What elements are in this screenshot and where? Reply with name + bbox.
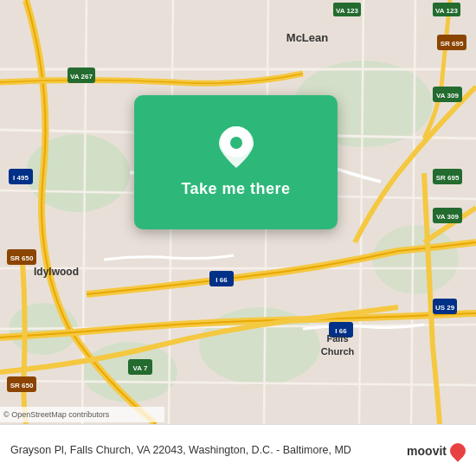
svg-text:© OpenStreetMap contributors: © OpenStreetMap contributors [3, 410, 110, 419]
svg-text:I 66: I 66 [215, 276, 228, 284]
moovit-logo-dot [447, 440, 468, 461]
svg-point-53 [230, 137, 242, 149]
svg-text:Church: Church [321, 346, 355, 357]
map-container: I 495 VA 267 I 66 I 66 SR 650 SR 650 SR … [0, 0, 476, 424]
svg-text:McLean: McLean [286, 31, 328, 44]
take-me-there-card[interactable]: Take me there [134, 95, 338, 229]
svg-text:VA 309: VA 309 [436, 92, 459, 100]
svg-text:VA 7: VA 7 [133, 364, 148, 372]
address-text: Grayson Pl, Falls Church, VA 22043, Wash… [10, 443, 407, 459]
svg-point-5 [372, 225, 459, 294]
moovit-logo-text: moovit [407, 444, 447, 458]
svg-text:VA 123: VA 123 [435, 7, 458, 15]
svg-text:US 29: US 29 [435, 304, 455, 312]
svg-text:VA 309: VA 309 [436, 213, 459, 221]
svg-text:Falls: Falls [326, 333, 348, 344]
location-pin-icon [219, 126, 254, 171]
svg-text:I 495: I 495 [13, 174, 29, 182]
svg-text:VA 123: VA 123 [336, 7, 358, 15]
info-bar: Grayson Pl, Falls Church, VA 22043, Wash… [0, 424, 476, 476]
moovit-logo: moovit [407, 443, 466, 459]
svg-text:SR 650: SR 650 [10, 254, 34, 262]
svg-text:VA 267: VA 267 [70, 73, 93, 80]
svg-text:SR 650: SR 650 [10, 382, 34, 389]
svg-text:Idylwood: Idylwood [34, 266, 79, 278]
take-me-there-button-label: Take me there [181, 180, 290, 198]
svg-text:SR 695: SR 695 [441, 40, 464, 48]
svg-text:SR 695: SR 695 [436, 174, 460, 182]
